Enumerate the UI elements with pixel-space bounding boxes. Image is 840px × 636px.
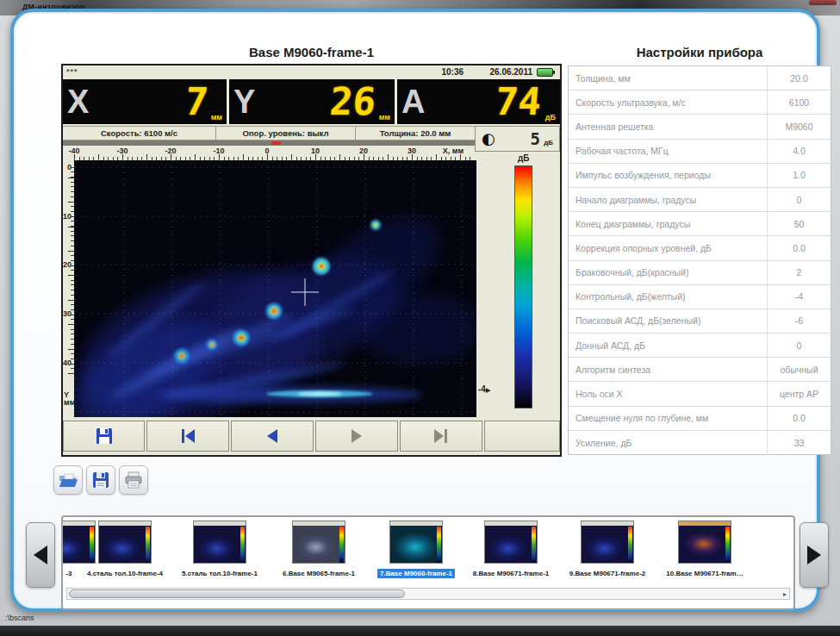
scan-frame-title: Base M9060-frame-1 (61, 45, 562, 59)
settings-row: Поисковый АСД, дБ(зеленый)-6 (569, 309, 831, 334)
scrollbar-right-arrow-icon[interactable]: ▸ (783, 590, 787, 598)
arrow-right-icon (807, 546, 821, 564)
settings-row: Импульс возбуждения, периоды1.0 (569, 164, 831, 188)
printer-icon (123, 470, 144, 490)
settings-row: Начало диаграммы, градусы0 (569, 188, 831, 212)
y-tick: 30 (56, 309, 72, 318)
frame-label[interactable]: 7.Base M9060-frame-1 (377, 569, 455, 578)
transport-bar (63, 421, 560, 452)
filmstrip-item-selected[interactable]: 7.Base M9060-frame-1 (369, 521, 464, 583)
frame-label[interactable]: 5.сталь тол.10-frame-1 (182, 570, 258, 577)
contrast-button[interactable]: ◐ 5 дБ (475, 126, 560, 152)
filmstrip-scroll-right-button[interactable] (800, 522, 829, 588)
open-folder-icon (58, 470, 78, 490)
frame-label[interactable]: 4.сталь тол.10-frame-4 (87, 570, 163, 577)
readout-a-unit: дБ (545, 113, 556, 122)
transport-spacer-button (484, 421, 560, 452)
application-panel: Base M9060-frame-1 Настройки прибора ***… (10, 9, 820, 612)
settings-row: Браковочный, дБ(красный)2 (569, 261, 831, 285)
readout-y: Y 26 мм (229, 79, 395, 124)
filmstrip-item[interactable]: 8.Base M90671-frame-1 (464, 521, 558, 583)
print-button[interactable] (119, 465, 148, 495)
frame-thumbnail[interactable] (193, 521, 246, 564)
device-status-mode: *** (66, 67, 78, 76)
open-file-button[interactable] (53, 465, 83, 495)
readout-a-value: 74 (494, 81, 543, 122)
status-path: :\bscans (5, 614, 34, 622)
filmstrip-scrollbar[interactable]: ▸ (66, 588, 790, 600)
filmstrip-scroll-left-button[interactable] (26, 522, 55, 588)
scrollbar-thumb[interactable] (69, 589, 405, 598)
frame-thumbnail[interactable] (581, 521, 634, 564)
filmstrip-item[interactable]: 9.Base M90671-frame-2 (560, 521, 655, 583)
filmstrip-item[interactable]: 6.Base M9065-frame-1 (271, 521, 366, 583)
contrast-unit: дБ (544, 139, 553, 147)
filmstrip-item[interactable]: 4.сталь тол.10-frame-4 (78, 521, 172, 583)
device-date: 26.06.2011 (490, 67, 533, 77)
frame-thumbnail[interactable] (292, 521, 345, 564)
next-frame-button[interactable] (315, 421, 398, 452)
colorbar-label: дБ (518, 153, 530, 163)
settings-panel-title: Настройки прибора (568, 45, 831, 59)
device-screen: *** 10:36 26.06.2011 X 7 мм Y 26 мм A 74… (61, 64, 562, 457)
frame-thumbnail[interactable] (389, 521, 443, 564)
y-tick: 0 (56, 163, 72, 171)
filmstrip-item[interactable]: 10.Base M90671-fram… (657, 521, 752, 583)
readout-y-unit: мм (379, 113, 390, 122)
frame-label[interactable]: -3 (65, 570, 72, 577)
probe-position-marker (271, 141, 281, 145)
battery-icon (537, 68, 553, 77)
readout-y-value: 26 (328, 81, 377, 122)
save-floppy-icon (91, 471, 110, 489)
first-frame-button[interactable] (146, 421, 229, 452)
last-frame-button[interactable] (400, 421, 482, 452)
frame-thumbnail[interactable] (98, 521, 152, 564)
save-frame-button[interactable] (63, 421, 145, 452)
floppy-icon (95, 427, 114, 446)
x-tick: -40 (59, 147, 89, 155)
settings-row: Рабочая частота, МГц4.0 (569, 140, 831, 164)
frame-label[interactable]: 6.Base M9065-frame-1 (283, 570, 355, 577)
settings-row: Донный АСД, дБ0 (569, 334, 831, 358)
settings-row: Ноль оси Xцентр АР (569, 382, 831, 406)
device-time: 10:36 (441, 67, 464, 77)
skip-start-icon (178, 427, 197, 446)
play-forward-icon (347, 427, 366, 446)
x-tick: 0 (252, 147, 282, 155)
close-button[interactable] (809, 0, 837, 5)
device-info-bar: Скорость: 6100 м/с Опор. уровень: выкл Т… (63, 126, 475, 140)
x-tick: -10 (204, 147, 233, 155)
frame-thumbnail[interactable] (484, 521, 538, 564)
colorbar-marker-icon: ▶ (486, 387, 490, 393)
frame-thumbnail[interactable] (678, 521, 731, 564)
save-file-button[interactable] (86, 465, 115, 495)
readout-x-unit: мм (211, 113, 222, 122)
y-tick: 40 (56, 359, 72, 367)
x-tick: 10 (301, 147, 330, 155)
frame-label[interactable]: 10.Base M90671-fram… (666, 570, 743, 577)
settings-row: Алгоритм синтезаобычный (569, 358, 831, 382)
contrast-value: 5 (531, 129, 540, 148)
y-axis-ruler: 0 10 20 30 40 Y мм (63, 160, 74, 417)
settings-row: Смещение нуля по глубине, мм0.0 (569, 407, 831, 431)
taskbar-strip (0, 626, 840, 636)
frame-label[interactable]: 8.Base M90671-frame-1 (473, 570, 550, 577)
readout-y-label: Y (233, 83, 255, 121)
previous-frame-button[interactable] (231, 421, 314, 452)
readout-amplitude: A 74 дБ (397, 79, 560, 124)
contrast-icon: ◐ (482, 129, 495, 148)
frame-label[interactable]: 9.Base M90671-frame-2 (569, 570, 646, 577)
filmstrip-item[interactable]: 5.сталь тол.10-frame-1 (172, 521, 267, 583)
info-speed: Скорость: 6100 м/с (63, 127, 216, 140)
x-tick: -20 (156, 147, 185, 155)
tomogram-scan-area[interactable] (74, 160, 476, 417)
x-tick: 30 (397, 147, 426, 155)
settings-row: Усиление, дБ33 (569, 431, 831, 455)
settings-row: Антенная решеткаM9060 (569, 115, 831, 139)
settings-row: Контрольный, дБ(желтый)-4 (569, 285, 831, 309)
info-ref-level: Опор. уровень: выкл (216, 127, 356, 140)
x-tick: -30 (108, 147, 137, 155)
colorbar-bottom-value: -4▶ (478, 384, 490, 394)
colorbar-gradient (514, 165, 532, 408)
settings-row: Скорость ультразвука, м/с6100 (569, 90, 831, 115)
